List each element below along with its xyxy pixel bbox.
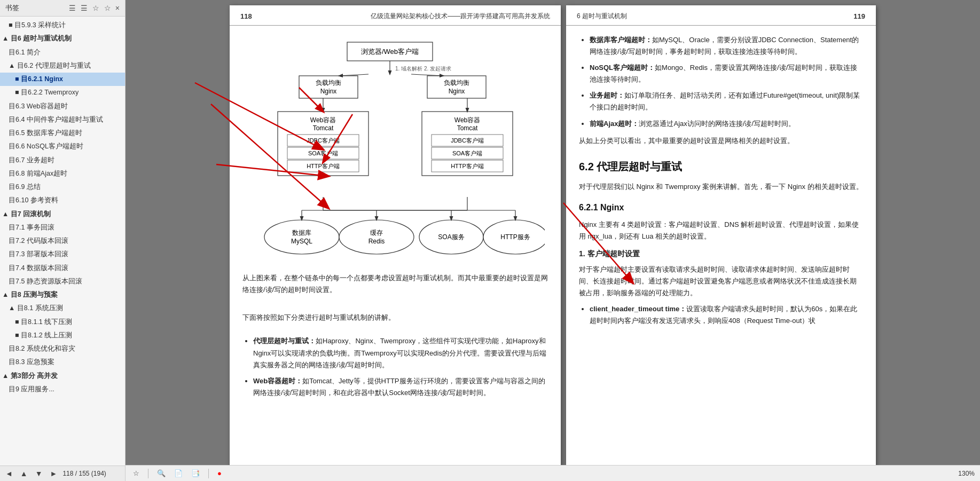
diagram-container: 浏览器/Web客户端 1. 域名解析 2. 发起请求 负载均衡 Nginx 负载…	[242, 40, 548, 264]
page-header-right: 6 超时与重试机制 119	[566, 5, 876, 26]
svg-text:Tomcat: Tomcat	[457, 124, 478, 132]
sidebar-item-5.9.3[interactable]: ■ 目5.9.3 采样统计	[0, 19, 125, 32]
svg-text:Redis: Redis	[369, 238, 385, 245]
sidebar-item-6.2[interactable]: ▲ 目6.2 代理层超时与重试	[0, 59, 125, 73]
right-page-chapter: 6 超时与重试机制	[577, 12, 627, 21]
svg-text:JDBC客户端: JDBC客户端	[451, 137, 484, 144]
section-621-heading: 6.2.1 Nginx	[579, 200, 863, 215]
svg-text:Nginx: Nginx	[449, 88, 465, 95]
pdf-viewer: 118 亿级流量网站架构核心技术——跟开涛学搭建高可用高并发系统 浏览器/Web…	[126, 0, 980, 465]
pdf-toolbar: ☆ 🔍 📄 📑 ● 130%	[126, 465, 980, 481]
sidebar-item-7.5[interactable]: 目7.5 静态资源版本回滚	[0, 275, 125, 288]
section-62-heading: 6.2 代理层超时与重试	[579, 157, 863, 176]
sidebar-bottom: ◄ ▲ ▼ ► 118 / 155 (194)	[0, 466, 125, 481]
sidebar-item-7.1[interactable]: 目7.1 事务回滚	[0, 221, 125, 234]
section-62-text: 对于代理层我们以 Nginx 和 Twemproxy 案例来讲解。首先，看一下 …	[579, 181, 863, 193]
right-bullet-list: 数据库客户端超时：如MySQL、Oracle，需要分别设置JDBC Connec…	[579, 34, 863, 130]
sidebar-item-8.1.1[interactable]: ■ 目8.1.1 线下压测	[0, 316, 125, 329]
svg-point-35	[264, 220, 339, 254]
page-info: 118 / 155 (194)	[62, 470, 106, 477]
sidebar-item-8.2[interactable]: 目8.2 系统优化和容灾	[0, 342, 125, 356]
sidebar-item-6.6[interactable]: 目6.6 NoSQL客户端超时	[0, 140, 125, 153]
sidebar-item-6[interactable]: ▲ 目6 超时与重试机制	[0, 32, 125, 45]
sub1-heading: 1. 客户端超时设置	[579, 248, 863, 261]
bullet-client-header: client_header_timeout time：设置读取客户端请求头超时时…	[590, 303, 863, 327]
toolbar-separator-2	[208, 469, 209, 478]
zoom-level: 130%	[958, 470, 975, 477]
svg-text:HTTP客户端: HTTP客户端	[451, 163, 484, 169]
svg-point-38	[339, 220, 414, 254]
toolbar-star-button[interactable]: ☆	[131, 468, 142, 478]
svg-text:HTTP客户端: HTTP客户端	[307, 163, 340, 169]
svg-text:1. 域名解析  2. 发起请求: 1. 域名解析 2. 发起请求	[395, 66, 451, 72]
bullet-nosql: NoSQL客户端超时：如Mongo、Redis，需要设置其网络连接/读/写超时时…	[590, 62, 863, 85]
bullet-ajax: 前端Ajax超时：浏览器通过Ajax访问时的网络连接/读/写超时时间。	[590, 118, 863, 130]
toolbar-page-button[interactable]: 📄	[172, 468, 185, 478]
bullet-proxy: 代理层超时与重试：如Haproxy、Nginx、Twemproxy，这些组件可实…	[253, 335, 548, 370]
sidebar-item-6.10[interactable]: 目6.10 参考资料	[0, 194, 125, 207]
sidebar-icon-view[interactable]: ☰	[80, 4, 89, 12]
bullet-biz: 业务超时：如订单取消任务、超时活动关闭，还有如通过Future#get(time…	[590, 90, 863, 113]
sidebar-item-6.1[interactable]: 目6.1 简介	[0, 46, 125, 59]
svg-text:Web容器: Web容器	[454, 116, 480, 124]
sidebar-header: 书签 ☰ ☰ ☆ ☆ ×	[0, 0, 125, 17]
toolbar-bookmark-button[interactable]: 📑	[189, 468, 202, 478]
sidebar-item-9x[interactable]: 目9 应用服务...	[0, 383, 125, 396]
sidebar-icon-bookmark[interactable]: ☆	[92, 4, 100, 12]
sidebar-item-6.9[interactable]: 目6.9 总结	[0, 180, 125, 194]
toolbar-search-button[interactable]: 🔍	[155, 468, 168, 478]
nav-up-button[interactable]: ▲	[18, 468, 30, 479]
svg-text:负载均衡: 负载均衡	[316, 79, 341, 86]
svg-text:Tomcat: Tomcat	[313, 124, 334, 132]
client-timeout-list: client_header_timeout time：设置读取客户端请求头超时时…	[579, 303, 863, 327]
svg-text:Nginx: Nginx	[320, 88, 337, 95]
svg-text:SOA客户端: SOA客户端	[452, 150, 482, 156]
bullet-db: 数据库客户端超时：如MySQL、Oracle，需要分别设置JDBC Connec…	[590, 34, 863, 58]
left-bullet-list: 代理层超时与重试：如Haproxy、Nginx、Twemproxy，这些组件可实…	[242, 335, 548, 398]
sidebar-item-6.8[interactable]: 目6.8 前端Ajax超时	[0, 167, 125, 180]
svg-text:SOA客户端: SOA客户端	[308, 150, 338, 156]
sub1-text: 对于客户端超时主要设置有读取请求头超时时间、读取请求体超时时间、发送响应超时时间…	[579, 264, 863, 299]
sidebar-header-icons: ☰ ☰ ☆ ☆ ×	[68, 4, 120, 12]
sidebar-item-7.3[interactable]: 目7.3 部署版本回滚	[0, 248, 125, 261]
pdf-page-right: 6 超时与重试机制 119 数据库客户端超时：如MySQL、Oracle，需要分…	[566, 5, 876, 465]
sidebar-item-6.2.1[interactable]: ■ 目6.2.1 Nginx	[0, 73, 125, 86]
svg-text:缓存: 缓存	[370, 229, 383, 236]
svg-text:MySQL: MySQL	[291, 238, 312, 245]
sidebar-item-6.7[interactable]: 目6.7 业务超时	[0, 154, 125, 167]
nav-next-button[interactable]: ►	[48, 468, 60, 479]
sidebar-item-6.5[interactable]: 目6.5 数据库客户端超时	[0, 127, 125, 140]
right-page-body: 数据库客户端超时：如MySQL、Oracle，需要分别设置JDBC Connec…	[566, 26, 876, 341]
sidebar-icon-list[interactable]: ☰	[68, 4, 77, 12]
sidebar-item-part3[interactable]: ▲ 第3部分 高并发	[0, 369, 125, 383]
sidebar-item-8.1.2[interactable]: ■ 目8.1.2 线上压测	[0, 329, 125, 342]
page-header-left: 118 亿级流量网站架构核心技术——跟开涛学搭建高可用高并发系统	[230, 5, 561, 26]
diagram-caption-2: 下面将按照如下分类进行超时与重试机制的讲解。	[242, 312, 548, 324]
nav-prev-button[interactable]: ◄	[3, 468, 15, 479]
right-page-number: 119	[853, 12, 865, 20]
sidebar-item-6.2.2[interactable]: ■ 目6.2.2 Twemproxy	[0, 86, 125, 99]
svg-text:浏览器/Web客户端: 浏览器/Web客户端	[361, 48, 419, 56]
pdf-pages[interactable]: 118 亿级流量网站架构核心技术——跟开涛学搭建高可用高并发系统 浏览器/Web…	[126, 0, 980, 465]
sidebar-item-7.2[interactable]: 目7.2 代码版本回滚	[0, 234, 125, 248]
sidebar-item-6.3[interactable]: 目6.3 Web容器超时	[0, 100, 125, 113]
sidebar-item-7.4[interactable]: 目7.4 数据版本回滚	[0, 262, 125, 275]
toolbar-red-button[interactable]: ●	[215, 468, 224, 478]
sidebar-item-8.3[interactable]: 目8.3 应急预案	[0, 356, 125, 369]
summary-text: 从如上分类可以看出，其中最重要的超时设置是网络相关的超时设置。	[579, 135, 863, 147]
svg-text:HTTP服务: HTTP服务	[500, 233, 530, 241]
left-page-title: 亿级流量网站架构核心技术——跟开涛学搭建高可用高并发系统	[371, 12, 550, 21]
nav-down-button[interactable]: ▼	[33, 468, 45, 479]
sidebar-item-7[interactable]: ▲ 目7 回滚机制	[0, 208, 125, 221]
sidebar-icon-star[interactable]: ☆	[104, 4, 112, 12]
sidebar-tree: ■ 目5.9.3 采样统计 ▲ 目6 超时与重试机制 目6.1 简介 ▲ 目6.…	[0, 17, 125, 466]
svg-text:数据库: 数据库	[292, 229, 311, 236]
pdf-page-left: 118 亿级流量网站架构核心技术——跟开涛学搭建高可用高并发系统 浏览器/Web…	[230, 5, 561, 465]
sidebar-item-8[interactable]: ▲ 目8 压测与预案	[0, 288, 125, 302]
section-621-text: Nginx 主要有 4 类超时设置：客户端超时设置、DNS 解析超时设置、代理超…	[579, 219, 863, 242]
left-page-number: 118	[240, 12, 252, 20]
architecture-diagram: 浏览器/Web客户端 1. 域名解析 2. 发起请求 负载均衡 Nginx 负载…	[246, 40, 545, 264]
sidebar-item-6.4[interactable]: 目6.4 中间件客户端超时与重试	[0, 113, 125, 127]
sidebar-close-button[interactable]: ×	[115, 4, 120, 12]
sidebar-item-8.1[interactable]: ▲ 目8.1 系统压测	[0, 302, 125, 315]
